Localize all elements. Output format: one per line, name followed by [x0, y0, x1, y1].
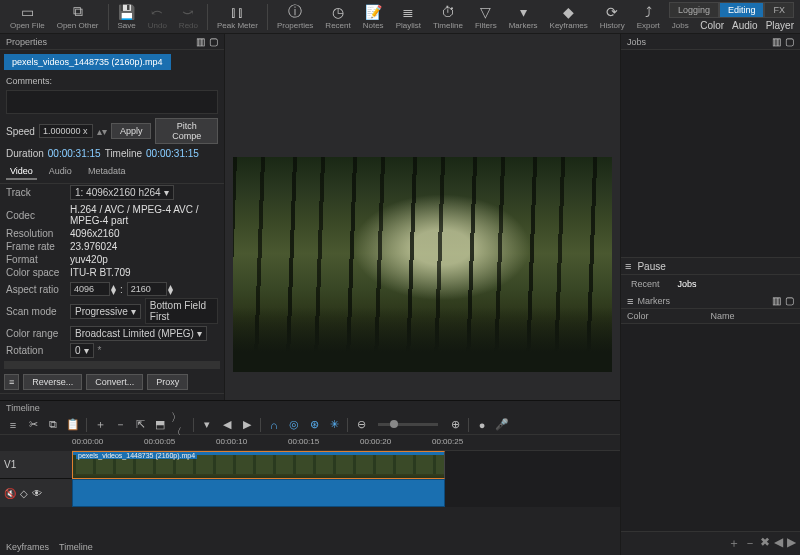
tl-split-button[interactable]: 〉〈: [171, 417, 189, 433]
clear-markers-button[interactable]: ✖: [760, 535, 770, 552]
rotation-dropdown[interactable]: 0 ▾: [70, 343, 94, 358]
pitch-compensation-button[interactable]: Pitch Compe: [155, 118, 218, 144]
toolbar-filters[interactable]: ▽Filters: [469, 2, 503, 32]
remove-marker-button[interactable]: －: [744, 535, 756, 552]
prop-tab-metadata[interactable]: Metadata: [84, 164, 130, 180]
workspace-subtab-audio[interactable]: Audio: [732, 20, 758, 31]
tl-next-marker-button[interactable]: ▶: [238, 417, 256, 433]
tl-append-button[interactable]: ＋: [91, 417, 109, 433]
tl-remove-button[interactable]: －: [111, 417, 129, 433]
scan-mode-dropdown[interactable]: Progressive ▾: [70, 304, 141, 319]
tl-marker-button[interactable]: ▾: [198, 417, 216, 433]
clip-name-chip[interactable]: pexels_videos_1448735 (2160p).mp4: [4, 54, 171, 70]
workspace-subtab-color[interactable]: Color: [700, 20, 724, 31]
tl-overwrite-button[interactable]: ⬒: [151, 417, 169, 433]
properties-scrollbar[interactable]: [4, 361, 220, 369]
pause-jobs-button[interactable]: Pause: [637, 261, 665, 272]
toolbar-save[interactable]: 💾Save: [112, 2, 142, 32]
menu-button[interactable]: ≡: [4, 374, 19, 390]
scan-label: Scan mode: [6, 306, 66, 317]
properties-header: Properties ▥ ▢: [0, 34, 224, 50]
prop-tab-audio[interactable]: Audio: [45, 164, 76, 180]
audio-clip[interactable]: [72, 479, 445, 507]
track-dropdown[interactable]: 1: 4096x2160 h264▾: [70, 185, 174, 200]
tl-zoom-in-button[interactable]: ⊕: [446, 417, 464, 433]
tl-ripple-button[interactable]: ⊛: [305, 417, 323, 433]
timeline-toolbar: ≡ ✂ ⧉ 📋 ＋ － ⇱ ⬒ 〉〈 ▾ ◀ ▶ ∩ ◎ ⊛ ✳ ⊖ ⊕ ● 🎤: [0, 415, 620, 435]
tl-zoom-out-button[interactable]: ⊖: [352, 417, 370, 433]
tl-record-button[interactable]: ●: [473, 417, 491, 433]
tl-menu-button[interactable]: ≡: [4, 417, 22, 433]
add-marker-button[interactable]: ＋: [728, 535, 740, 552]
color-range-label: Color range: [6, 328, 66, 339]
track-a1-header[interactable]: 🔇 ◇ 👁: [0, 479, 72, 507]
prev-marker-button[interactable]: ◀: [774, 535, 783, 552]
color-range-dropdown[interactable]: Broadcast Limited (MPEG) ▾: [70, 326, 207, 341]
timeline-icon: ⏱: [440, 4, 456, 20]
tl-zoom-slider[interactable]: [378, 423, 438, 426]
tl-voiceover-button[interactable]: 🎤: [493, 417, 511, 433]
toolbar-history[interactable]: ⟳History: [594, 2, 631, 32]
lock-icon[interactable]: ◇: [20, 488, 28, 499]
chevron-down-icon: ▾: [131, 306, 136, 317]
peak-meter-icon: ⫿⫿: [229, 4, 245, 20]
aspect-width-input[interactable]: [70, 282, 110, 296]
toolbar-export[interactable]: ⤴Export: [631, 2, 666, 32]
comments-field[interactable]: [6, 90, 218, 114]
toolbar-timeline[interactable]: ⏱Timeline: [427, 2, 469, 32]
play-jobs-icon[interactable]: ≡: [625, 260, 631, 272]
toolbar-notes[interactable]: 📝Notes: [357, 2, 390, 32]
tl-lift-button[interactable]: ⇱: [131, 417, 149, 433]
tl-prev-marker-button[interactable]: ◀: [218, 417, 236, 433]
toolbar-properties[interactable]: ⓘProperties: [271, 2, 319, 32]
dock-icon[interactable]: ▥: [196, 36, 205, 47]
tl-paste-button[interactable]: 📋: [64, 417, 82, 433]
toolbar-playlist[interactable]: ≣Playlist: [390, 2, 427, 32]
workspace-tabs: LoggingEditingFX: [669, 2, 794, 18]
chevron-down-icon: ▾: [197, 328, 202, 339]
toolbar-recent[interactable]: ◷Recent: [319, 2, 356, 32]
workspace-tab-logging[interactable]: Logging: [669, 2, 719, 18]
reverse-button[interactable]: Reverse...: [23, 374, 82, 390]
tl-copy-button[interactable]: ⧉: [44, 417, 62, 433]
prop-tab-video[interactable]: Video: [6, 164, 37, 180]
menu-icon[interactable]: ≡: [627, 295, 633, 307]
toolbar-peak-meter[interactable]: ⫿⫿Peak Meter: [211, 2, 264, 32]
tl-cut-button[interactable]: ✂: [24, 417, 42, 433]
eye-icon[interactable]: 👁: [32, 488, 42, 499]
toolbar-redo[interactable]: ⤻Redo: [173, 2, 204, 32]
workspace-subtab-player[interactable]: Player: [766, 20, 794, 31]
workspace-tab-fx[interactable]: FX: [764, 2, 794, 18]
toolbar-open-other[interactable]: ⧉Open Other: [51, 2, 105, 32]
mute-icon[interactable]: 🔇: [4, 488, 16, 499]
toolbar-markers[interactable]: ▾Markers: [503, 2, 544, 32]
right-tab-recent[interactable]: Recent: [625, 277, 666, 291]
tl-ripple-all-button[interactable]: ✳: [325, 417, 343, 433]
toolbar-keyframes[interactable]: ◆Keyframes: [544, 2, 594, 32]
track-v1-header[interactable]: V1: [0, 451, 72, 479]
video-clip[interactable]: [72, 451, 445, 479]
tl-snap-button[interactable]: ∩: [265, 417, 283, 433]
aspect-height-input[interactable]: [127, 282, 167, 296]
next-marker-button[interactable]: ▶: [787, 535, 796, 552]
speed-spinner-icon[interactable]: ▴▾: [97, 126, 107, 137]
convert-button[interactable]: Convert...: [86, 374, 143, 390]
timeline-ruler[interactable]: 00:00:0000:00:0500:00:1000:00:1500:00:20…: [72, 435, 620, 451]
speed-input[interactable]: [39, 124, 93, 138]
workspace-tab-editing[interactable]: Editing: [719, 2, 765, 18]
dock-icon[interactable]: ▥: [772, 295, 781, 306]
toolbar-undo[interactable]: ⤺Undo: [142, 2, 173, 32]
tab-timeline[interactable]: Timeline: [59, 542, 93, 552]
tab-keyframes[interactable]: Keyframes: [6, 542, 49, 552]
toolbar-open-file[interactable]: ▭Open File: [4, 2, 51, 32]
right-tab-jobs[interactable]: Jobs: [672, 277, 703, 291]
close-icon[interactable]: ▢: [785, 295, 794, 306]
timeline-track-area[interactable]: [72, 451, 620, 507]
apply-button[interactable]: Apply: [111, 123, 152, 139]
tl-scrub-button[interactable]: ◎: [285, 417, 303, 433]
dock-icon[interactable]: ▥: [772, 36, 781, 47]
proxy-button[interactable]: Proxy: [147, 374, 188, 390]
markers-col-color: Color: [627, 311, 711, 321]
close-icon[interactable]: ▢: [785, 36, 794, 47]
close-icon[interactable]: ▢: [209, 36, 218, 47]
